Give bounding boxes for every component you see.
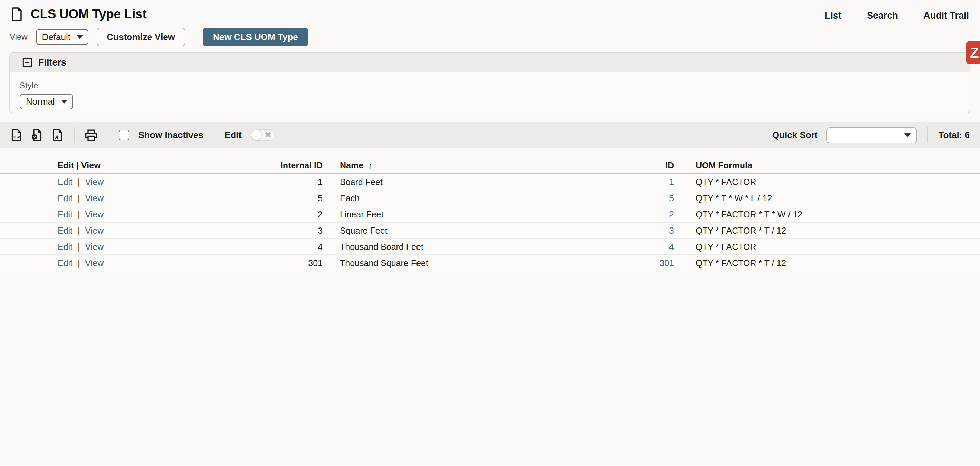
svg-text:A: A <box>54 134 58 140</box>
action-divider <box>194 29 194 45</box>
pdf-export-icon[interactable]: A <box>52 129 64 142</box>
toggle-off-icon: ✖ <box>265 130 271 139</box>
edit-link[interactable]: Edit <box>57 258 72 267</box>
table-body: Edit | View 1 Board Feet 1 QTY * FACTOR … <box>0 174 980 271</box>
name-cell: Board Feet <box>340 177 383 187</box>
filters-header[interactable]: Filters <box>10 53 970 73</box>
edit-link[interactable]: Edit <box>57 193 72 203</box>
formula-cell: QTY * FACTOR <box>696 177 756 187</box>
row-actions: Edit | View <box>57 209 103 219</box>
internal-id-cell: 2 <box>214 209 323 219</box>
total-count: Total: 6 <box>938 130 970 140</box>
table-row: Edit | View 4 Thousand Board Feet 4 QTY … <box>0 239 980 255</box>
nav-list-link[interactable]: List <box>825 10 841 21</box>
id-column-header: ID <box>590 161 674 170</box>
toolbar-divider <box>74 127 75 143</box>
customize-view-label: Customize View <box>107 32 175 43</box>
row-actions: Edit | View <box>57 193 103 203</box>
formula-cell: QTY * FACTOR * T / 12 <box>696 226 786 235</box>
svg-text:CSV: CSV <box>13 135 20 139</box>
formula-cell: QTY * T * W * L / 12 <box>696 193 772 203</box>
table-row: Edit | View 5 Each 5 QTY * T * W * L / 1… <box>0 190 980 207</box>
style-filter-select[interactable]: Normal <box>20 94 73 110</box>
internal-id-cell: 1 <box>214 177 323 187</box>
name-cell: Each <box>340 193 360 203</box>
view-link[interactable]: View <box>85 193 104 203</box>
collapse-minus-icon[interactable] <box>22 58 32 67</box>
internal-id-column-header: Internal ID <box>214 161 323 170</box>
internal-id-cell: 5 <box>214 193 323 203</box>
nav-search-link[interactable]: Search <box>867 10 898 21</box>
view-link[interactable]: View <box>85 177 104 186</box>
toolbar-left-group: CSV x A S <box>10 127 275 143</box>
edit-link[interactable]: Edit <box>57 177 72 186</box>
csv-export-icon[interactable]: CSV <box>10 129 22 142</box>
new-cls-uom-type-label: New CLS UOM Type <box>213 32 298 43</box>
print-icon[interactable] <box>85 129 97 141</box>
row-actions: Edit | View <box>57 177 103 187</box>
row-actions: Edit | View <box>57 226 103 235</box>
toggle-knob <box>251 130 261 140</box>
edit-link[interactable]: Edit <box>57 226 72 235</box>
view-link[interactable]: View <box>85 258 104 267</box>
top-navigation: List Search Audit Trail <box>825 10 969 21</box>
filters-title: Filters <box>38 57 66 68</box>
toolbar-right-group: Quick Sort Total: 6 <box>772 127 970 143</box>
chevron-down-icon <box>76 35 83 39</box>
view-link[interactable]: View <box>85 209 104 219</box>
name-column-header[interactable]: Name ↑ <box>340 161 372 170</box>
formula-cell: QTY * FACTOR <box>696 242 756 252</box>
sort-ascending-icon: ↑ <box>368 161 372 170</box>
view-select[interactable]: Default <box>36 29 88 45</box>
quick-sort-select[interactable] <box>826 127 917 143</box>
id-link[interactable]: 5 <box>590 193 674 203</box>
table-row: Edit | View 1 Board Feet 1 QTY * FACTOR <box>0 174 980 190</box>
id-link[interactable]: 4 <box>590 242 674 252</box>
row-actions: Edit | View <box>57 242 103 252</box>
internal-id-cell: 3 <box>214 226 323 235</box>
edit-toggle[interactable]: ✖ <box>251 129 275 141</box>
document-icon <box>11 7 22 21</box>
name-cell: Linear Feet <box>340 209 383 219</box>
link-separator: | <box>78 242 80 251</box>
table-row: Edit | View 3 Square Feet 3 QTY * FACTOR… <box>0 223 980 239</box>
nav-audit-trail-link[interactable]: Audit Trail <box>923 10 969 21</box>
table-header-row: Edit | View Internal ID Name ↑ ID UOM Fo… <box>0 157 980 174</box>
new-cls-uom-type-button[interactable]: New CLS UOM Type <box>202 28 309 46</box>
filters-panel: Filters Style Normal <box>9 52 970 113</box>
excel-export-icon[interactable]: x <box>31 129 43 142</box>
name-cell: Thousand Board Feet <box>340 242 423 252</box>
link-separator: | <box>78 209 80 219</box>
table-row: Edit | View 301 Thousand Square Feet 301… <box>0 255 980 271</box>
support-widget-button[interactable]: Z <box>966 41 980 64</box>
id-link[interactable]: 301 <box>590 258 674 268</box>
link-separator: | <box>78 177 80 186</box>
id-link[interactable]: 1 <box>590 177 674 187</box>
link-separator: | <box>78 193 80 203</box>
id-link[interactable]: 2 <box>590 209 674 219</box>
edit-link[interactable]: Edit <box>57 209 72 219</box>
view-link[interactable]: View <box>85 242 104 251</box>
name-header-label: Name <box>340 161 363 170</box>
formula-cell: QTY * FACTOR * T / 12 <box>696 258 786 268</box>
edit-link[interactable]: Edit <box>57 242 72 251</box>
show-inactives-label: Show Inactives <box>138 130 203 140</box>
view-label: View <box>10 32 28 42</box>
style-filter-value: Normal <box>26 96 55 107</box>
view-link[interactable]: View <box>85 226 104 235</box>
id-link[interactable]: 3 <box>590 226 674 235</box>
action-row: View Default Customize View New CLS UOM … <box>10 28 309 46</box>
toolbar-divider <box>927 127 928 143</box>
internal-id-cell: 301 <box>214 258 323 268</box>
svg-text:x: x <box>33 135 36 139</box>
page-header: CLS UOM Type List <box>11 7 146 21</box>
list-toolbar: CSV x A S <box>0 122 980 148</box>
edit-toggle-label: Edit <box>224 130 242 140</box>
link-separator: | <box>78 258 80 267</box>
customize-view-button[interactable]: Customize View <box>97 28 185 46</box>
view-select-value: Default <box>42 32 70 43</box>
chevron-down-icon <box>61 100 67 103</box>
quick-sort-label: Quick Sort <box>772 130 818 140</box>
show-inactives-checkbox[interactable] <box>119 130 129 140</box>
style-filter-label: Style <box>20 81 970 91</box>
